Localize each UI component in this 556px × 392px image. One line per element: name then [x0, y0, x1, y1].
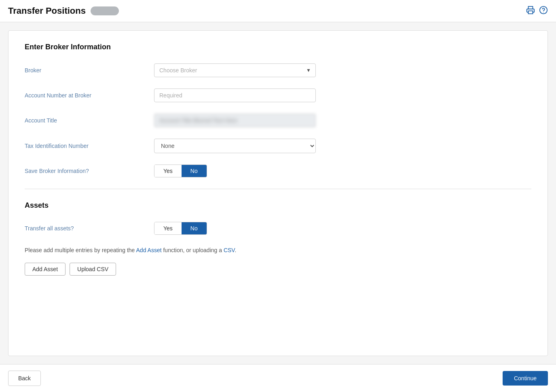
add-asset-button[interactable]: Add Asset — [25, 263, 66, 276]
account-number-label: Account Number at Broker — [25, 92, 154, 99]
transfer-all-toggle-wrap: Yes No — [154, 222, 316, 235]
svg-rect-0 — [529, 11, 533, 13]
account-number-input[interactable] — [154, 89, 316, 102]
tax-id-row: Tax Identification Number None — [25, 139, 531, 153]
broker-section-heading: Enter Broker Information — [25, 43, 531, 51]
header-left: Transfer Positions — [8, 6, 119, 16]
broker-dropdown-wrap: Choose Broker ▼ — [154, 63, 316, 77]
assets-section: Assets Transfer all assets? Yes No Pleas… — [25, 201, 531, 276]
add-asset-link-text: Add Asset — [136, 247, 162, 253]
upload-csv-button[interactable]: Upload CSV — [70, 263, 116, 276]
account-title-input: Account Title Blurred Text Here — [154, 114, 316, 127]
main-content: Enter Broker Information Broker Choose B… — [0, 22, 556, 364]
broker-label: Broker — [25, 67, 154, 74]
tax-id-wrap: None — [154, 139, 316, 153]
print-icon[interactable] — [526, 6, 535, 17]
account-number-row: Account Number at Broker — [25, 89, 531, 102]
back-button[interactable]: Back — [8, 371, 41, 386]
account-title-label: Account Title — [25, 117, 154, 124]
header-badge — [91, 6, 119, 15]
assets-info-text: Please add multiple entries by repeating… — [25, 246, 531, 255]
assets-section-heading: Assets — [25, 201, 531, 210]
account-title-wrap: Account Title Blurred Text Here — [154, 114, 316, 127]
page-footer: Back Continue — [0, 364, 556, 392]
account-number-wrap — [154, 89, 316, 102]
csv-link-text: CSV — [224, 247, 235, 253]
header-icons — [526, 6, 548, 17]
save-broker-toggle: Yes No — [154, 164, 207, 177]
page-title: Transfer Positions — [8, 6, 86, 16]
help-icon[interactable] — [539, 6, 548, 17]
transfer-all-no-button[interactable]: No — [182, 222, 207, 234]
action-buttons: Add Asset Upload CSV — [25, 263, 531, 276]
save-broker-no-button[interactable]: No — [182, 165, 207, 177]
broker-row: Broker Choose Broker ▼ — [25, 63, 531, 77]
broker-select[interactable]: Choose Broker — [154, 63, 316, 77]
save-broker-row: Save Broker Information? Yes No — [25, 164, 531, 177]
tax-id-select[interactable]: None — [154, 139, 316, 153]
broker-section: Enter Broker Information Broker Choose B… — [25, 43, 531, 177]
transfer-all-row: Transfer all assets? Yes No — [25, 222, 531, 235]
transfer-all-label: Transfer all assets? — [25, 225, 154, 232]
save-broker-toggle-wrap: Yes No — [154, 164, 316, 177]
page-header: Transfer Positions — [0, 0, 556, 22]
account-title-row: Account Title Account Title Blurred Text… — [25, 114, 531, 127]
form-card: Enter Broker Information Broker Choose B… — [8, 30, 548, 356]
save-broker-yes-button[interactable]: Yes — [154, 165, 182, 177]
transfer-all-toggle: Yes No — [154, 222, 207, 235]
transfer-all-yes-button[interactable]: Yes — [154, 222, 182, 234]
tax-id-label: Tax Identification Number — [25, 143, 154, 149]
section-divider — [25, 189, 531, 189]
save-broker-label: Save Broker Information? — [25, 168, 154, 174]
continue-button[interactable]: Continue — [503, 371, 548, 386]
